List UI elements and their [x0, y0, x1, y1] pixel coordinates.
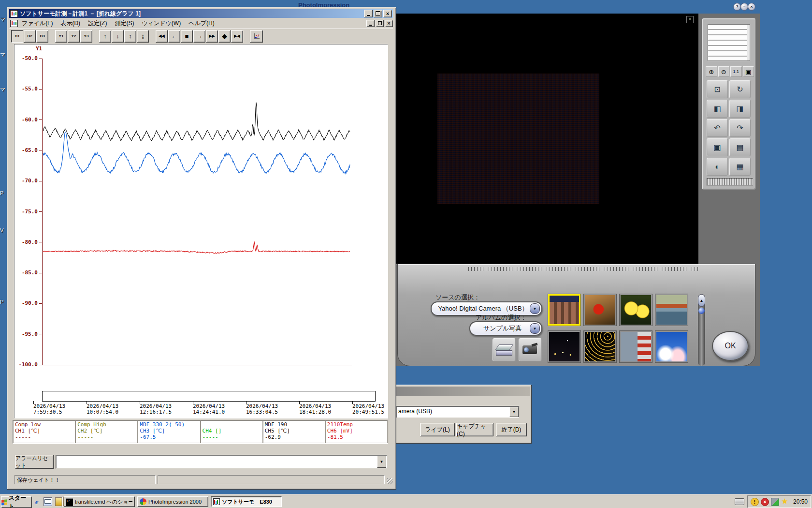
copy-button[interactable]: ▣: [707, 138, 728, 156]
camera-button[interactable]: [519, 338, 542, 361]
mdi-minimize-button[interactable]: [366, 20, 375, 27]
toolbar-button-d2[interactable]: D2: [24, 30, 36, 43]
menu-view[interactable]: 表示(D): [57, 19, 84, 28]
grid-button[interactable]: ▦: [729, 158, 751, 176]
toolbar-button-d3[interactable]: D3: [36, 30, 48, 43]
alarm-reset-button[interactable]: アラームリセット: [15, 455, 54, 469]
tray-removable-device-icon[interactable]: [771, 498, 779, 506]
ok-button[interactable]: OK: [712, 331, 749, 361]
toolbar-button-scroll-down[interactable]: ↓: [112, 30, 124, 43]
tray-favorites-star-icon[interactable]: ★: [781, 498, 788, 505]
quick-launch: [33, 497, 64, 507]
task-label: ソフトサーモ E830: [222, 498, 279, 506]
menu-help[interactable]: ヘルプ(H): [185, 19, 218, 28]
toolbar-button-d1[interactable]: D1: [11, 30, 23, 43]
thumbnail-night-city[interactable]: [548, 331, 580, 362]
undo-button[interactable]: ↶: [707, 119, 728, 137]
dialog-live-button[interactable]: ライブ(L): [420, 423, 455, 436]
toolbar-button-compress-horizontal[interactable]: ▶◀: [231, 30, 243, 43]
timeline-overview-box[interactable]: [42, 391, 376, 402]
start-button[interactable]: スタート: [1, 496, 32, 508]
desktop-icon-label-fragment[interactable]: P: [0, 299, 6, 305]
chevron-down-icon[interactable]: ▼: [530, 303, 540, 314]
photoimpression-minimize-button[interactable]: −: [740, 3, 748, 11]
minimize-button[interactable]: [364, 10, 373, 17]
window-title: ソフトサーモ計測－計測1 － [折れ線グラフ 1]: [20, 10, 141, 18]
toolbar-button-step-forward[interactable]: →: [193, 30, 205, 43]
toolbar-button-y1[interactable]: Y1: [55, 30, 67, 43]
toolbar-button-scroll-up[interactable]: ↑: [99, 30, 111, 43]
toolbar-button-stop[interactable]: ■: [181, 30, 193, 43]
flip-vertical-button[interactable]: ◨: [729, 100, 751, 118]
toolbar-button-step-back[interactable]: ←: [168, 30, 180, 43]
resize-grip[interactable]: [387, 478, 393, 484]
adjust-button[interactable]: ◐: [707, 158, 728, 176]
taskbar-task-soft-thermo[interactable]: ソフトサーモ E830: [211, 496, 282, 507]
photoimpression-close-button[interactable]: ×: [748, 3, 755, 11]
thumbnail-rock-spires[interactable]: [548, 294, 580, 326]
toolbar-button-y2[interactable]: Y2: [68, 30, 80, 43]
taskbar-task-cmd-shortcut[interactable]: transfile.cmd へのショート...: [64, 496, 135, 507]
outlook-express-icon[interactable]: [44, 497, 52, 506]
thumbnail-yellow-flowers[interactable]: [620, 294, 652, 326]
close-button[interactable]: ×: [383, 10, 392, 17]
toolbar-button-jump-start[interactable]: ◀◀: [156, 30, 168, 43]
thumbnail-sky-clouds[interactable]: [655, 331, 688, 362]
toolbar-button-expand-vertical[interactable]: ↕: [124, 30, 136, 43]
thumbnail-red-bird[interactable]: [584, 294, 616, 326]
thumbnail-lighthouse[interactable]: [620, 331, 652, 362]
menu-file[interactable]: ファイル(F): [18, 19, 57, 28]
canvas-close-icon[interactable]: ×: [686, 16, 694, 23]
keyboard-icon[interactable]: [735, 498, 744, 505]
toolbar-button-jump-end[interactable]: ▶▶: [206, 30, 218, 43]
dialog-capture-button[interactable]: キャプチャ(C): [456, 423, 493, 436]
scanner-button[interactable]: [493, 338, 516, 361]
tray-security-warning-icon[interactable]: !: [751, 498, 759, 506]
softthermo-titlebar[interactable]: ソフトサーモ計測－計測1 － [折れ線グラフ 1] ×: [9, 9, 393, 18]
desktop-icon-label-fragment[interactable]: P: [0, 190, 6, 196]
chevron-down-icon[interactable]: ▼: [509, 407, 519, 417]
internet-explorer-icon[interactable]: [33, 498, 41, 506]
chevron-down-icon[interactable]: ▼: [530, 323, 540, 334]
flip-horizontal-button[interactable]: ◧: [707, 100, 728, 118]
desktop-icon-label-fragment[interactable]: マ: [0, 86, 6, 93]
camera-select-dropdown[interactable]: amera (USB) ▼: [396, 406, 520, 418]
scrollbar-thumb[interactable]: [698, 308, 705, 314]
dialog-exit-button[interactable]: 終了(D): [496, 423, 527, 436]
toolbar-button-compress-vertical[interactable]: ↨: [137, 30, 149, 43]
page-list[interactable]: [708, 24, 750, 61]
desktop-icon-label-fragment[interactable]: マ: [0, 16, 6, 23]
redo-button[interactable]: ↷: [729, 119, 751, 137]
taskbar-task-photoimpression-2000[interactable]: PhotoImpression 2000: [137, 496, 208, 507]
paste-button[interactable]: ▤: [729, 138, 751, 156]
resize-button[interactable]: ⊡: [707, 80, 728, 98]
chevron-down-icon[interactable]: ▼: [377, 456, 386, 468]
tray-security-alert-icon[interactable]: ×: [761, 498, 769, 506]
thumbnail-harbor-town[interactable]: [655, 294, 688, 326]
toolbar-button-expand-horizontal[interactable]: ◆: [218, 30, 231, 43]
alarm-combobox[interactable]: ▼: [56, 455, 387, 469]
mdi-close-button[interactable]: ×: [385, 20, 393, 27]
zoom-slider[interactable]: [707, 178, 753, 186]
photoimpression-help-button[interactable]: ?: [733, 3, 741, 11]
toolbar-button-y3[interactable]: Y3: [80, 30, 92, 43]
graph-settings-button[interactable]: [250, 30, 263, 43]
menu-window[interactable]: ウィンドウ(W): [138, 19, 185, 28]
menu-settings[interactable]: 設定(Z): [84, 19, 111, 28]
x-tick-mark: [33, 401, 34, 404]
menu-measure[interactable]: 測定(S): [111, 19, 138, 28]
maximize-button[interactable]: [374, 10, 382, 17]
fit-screen-button[interactable]: ▣: [743, 66, 754, 77]
album-select-dropdown[interactable]: サンプル写真 ▼: [469, 321, 542, 336]
thumbnail-scrollbar[interactable]: ▲: [698, 294, 705, 366]
rotate-button[interactable]: ↻: [729, 80, 751, 98]
zoom-in-button[interactable]: ⊕: [706, 66, 717, 77]
desktop-icon-label-fragment[interactable]: V: [0, 227, 6, 233]
x-tick-mark: [193, 401, 193, 404]
desktop-icon-label-fragment[interactable]: マ: [0, 51, 6, 59]
actual-size-button[interactable]: 1:1: [730, 66, 742, 77]
scroll-up-button[interactable]: ▲: [698, 294, 705, 307]
zoom-out-button[interactable]: ⊖: [718, 66, 730, 77]
mdi-restore-button[interactable]: [376, 20, 384, 27]
thumbnail-fiber-optic-swirl[interactable]: [584, 331, 616, 362]
